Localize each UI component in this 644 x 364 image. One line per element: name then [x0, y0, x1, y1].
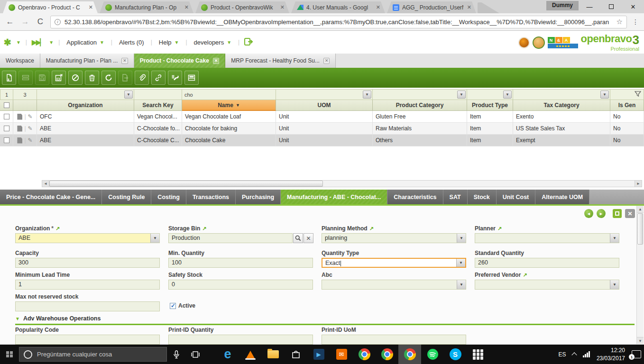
menu-alerts[interactable]: Alerts (0): [117, 39, 146, 46]
tab-purchasing[interactable]: Purchasing: [236, 190, 281, 204]
cell-uom[interactable]: Unit: [276, 123, 373, 134]
taskbar-vlc[interactable]: [239, 345, 262, 364]
tab-manufacturing[interactable]: Manufacturing - ABE - Chocolat...: [281, 190, 387, 204]
cell-organization[interactable]: ABE: [37, 123, 134, 134]
cell-is-generic[interactable]: No: [610, 135, 644, 146]
active-checkbox[interactable]: [170, 303, 176, 309]
cell-product-category[interactable]: Gluten Free: [373, 111, 467, 122]
scroll-up-icon[interactable]: ▲: [637, 206, 644, 213]
safety-stock-input[interactable]: 0: [168, 280, 313, 290]
capacity-input[interactable]: 300: [15, 258, 160, 268]
chevron-down-icon[interactable]: ▼: [610, 234, 619, 243]
chevron-down-icon[interactable]: ▼: [49, 40, 54, 45]
cell-tax-category[interactable]: Exento: [513, 111, 610, 122]
taskbar-edge[interactable]: e: [216, 345, 239, 364]
taskbar-skype[interactable]: S: [444, 345, 467, 364]
cell-search-key[interactable]: Vegan Chocol...: [134, 111, 182, 122]
language-indicator[interactable]: ES: [558, 351, 566, 358]
section-adv-warehouse-operations[interactable]: ▼ Adv Warehouse Operations: [15, 315, 101, 322]
cell-product-type[interactable]: Item: [467, 111, 513, 122]
filter-funnel-icon[interactable]: [635, 91, 641, 98]
abc-select[interactable]: ▼: [322, 280, 466, 290]
action-center-icon[interactable]: 1: [632, 350, 641, 358]
min-quantity-input[interactable]: 100: [168, 258, 313, 268]
filter-search-key[interactable]: [134, 89, 182, 100]
browser-tab-4[interactable]: 4. User Manuals - Googl ✕: [291, 1, 385, 13]
chevron-down-icon[interactable]: ▼: [16, 40, 21, 45]
planner-select[interactable]: ▼: [475, 233, 619, 243]
checkbox[interactable]: [4, 114, 9, 119]
link-button[interactable]: [151, 71, 166, 85]
task-view-icon[interactable]: [186, 345, 205, 364]
minimum-lead-time-input[interactable]: 1: [15, 280, 160, 290]
forward-icon[interactable]: →: [20, 17, 30, 27]
minimize-button[interactable]: —: [579, 0, 600, 13]
logout-icon[interactable]: [244, 37, 254, 47]
record-icon[interactable]: [17, 114, 22, 120]
close-icon[interactable]: ✕: [375, 4, 381, 10]
tab-transactions[interactable]: Transactions: [186, 190, 236, 204]
chevron-down-icon[interactable]: ▼: [124, 91, 133, 99]
maximize-panel-button[interactable]: [613, 209, 622, 218]
tab-manufacturing-plan[interactable]: Manufacturing Plan - Plan ... ✕: [40, 54, 134, 68]
chevron-down-icon[interactable]: ▼: [457, 280, 466, 289]
clear-icon[interactable]: ✕: [304, 233, 313, 243]
max-not-reserved-stock-input[interactable]: [15, 301, 160, 311]
cell-uom[interactable]: Unit: [276, 111, 373, 122]
scrollbar-thumb[interactable]: [637, 213, 643, 245]
taskbar-media-player[interactable]: ▶: [307, 345, 330, 364]
checkbox[interactable]: [4, 102, 9, 108]
page-info-icon[interactable]: i: [55, 19, 61, 25]
taskbar-chrome-2[interactable]: [376, 345, 398, 364]
taskbar-spotify[interactable]: [421, 345, 444, 364]
search-icon[interactable]: [293, 233, 303, 243]
edit-pencil-icon[interactable]: ✎: [28, 137, 33, 144]
cell-tax-category[interactable]: US State Sales Tax: [513, 123, 610, 134]
quantity-type-select[interactable]: Exact▼: [322, 258, 466, 268]
cell-product-category[interactable]: Others: [373, 135, 467, 146]
cell-search-key[interactable]: C-Chocolate fo...: [134, 123, 182, 134]
cell-name[interactable]: Chocolate Cake: [182, 135, 276, 146]
close-icon[interactable]: ✕: [184, 4, 190, 10]
column-header-uom[interactable]: UOM: [276, 100, 373, 111]
edit-pencil-icon[interactable]: ✎: [28, 125, 33, 132]
browser-tab-3[interactable]: Product - OpenbravoWik ✕: [195, 1, 289, 13]
chevron-down-icon[interactable]: ▼: [610, 280, 619, 289]
menu-help[interactable]: Help ▼: [157, 39, 181, 46]
column-header-tax-category[interactable]: Tax Category: [513, 100, 610, 111]
tools-button[interactable]: [168, 71, 182, 85]
menu-user-developers[interactable]: developers ▼: [192, 39, 234, 46]
table-row-selected[interactable]: |✎ ABE C-Chocolate C... Chocolate Cake U…: [0, 135, 644, 146]
refresh-button[interactable]: [101, 71, 116, 85]
checkbox[interactable]: [4, 137, 9, 143]
taskbar-mail[interactable]: ✉: [330, 345, 353, 364]
filter-product-type[interactable]: ▼: [467, 89, 513, 100]
url-text[interactable]: 52.30.138.86/openbravo/#%7Bst:2,bm:%5B%7…: [64, 18, 613, 26]
tab-costing[interactable]: Costing: [151, 190, 186, 204]
edit-pencil-icon[interactable]: ✎: [28, 113, 33, 120]
taskbar-file-explorer[interactable]: [262, 345, 285, 364]
horizontal-scrollbar[interactable]: ◄ ►: [42, 180, 642, 187]
address-bar[interactable]: i 52.30.138.86/openbravo/#%7Bst:2,bm:%5B…: [50, 16, 627, 28]
chevron-up-icon[interactable]: [572, 352, 577, 357]
cell-organization[interactable]: ABE: [37, 135, 134, 146]
network-signal-icon[interactable]: [583, 351, 590, 357]
chevron-down-icon[interactable]: ▼: [363, 91, 371, 99]
column-header-name[interactable]: Name▼: [182, 100, 276, 111]
chevron-down-icon[interactable]: ▼: [457, 234, 466, 243]
print-id-quantity-input[interactable]: [168, 335, 313, 345]
form-view-toggle-button[interactable]: [184, 71, 199, 85]
close-icon[interactable]: ✕: [213, 58, 220, 64]
column-header-search-key[interactable]: Search Key: [134, 100, 182, 111]
taskbar-chrome-1[interactable]: [353, 345, 376, 364]
filter-name-input[interactable]: cho: [182, 89, 276, 100]
close-icon[interactable]: ✕: [279, 4, 285, 10]
column-header-organization[interactable]: Organization: [37, 100, 134, 111]
save-button[interactable]: [35, 71, 49, 85]
select-all-cell[interactable]: [0, 100, 13, 111]
cell-product-category[interactable]: Raw Materials: [373, 123, 467, 134]
chevron-down-icon[interactable]: ▼: [150, 234, 159, 243]
cell-product-type[interactable]: Item: [467, 135, 513, 146]
organization-select[interactable]: ABE▼: [15, 233, 160, 243]
maximize-button[interactable]: [600, 0, 622, 13]
